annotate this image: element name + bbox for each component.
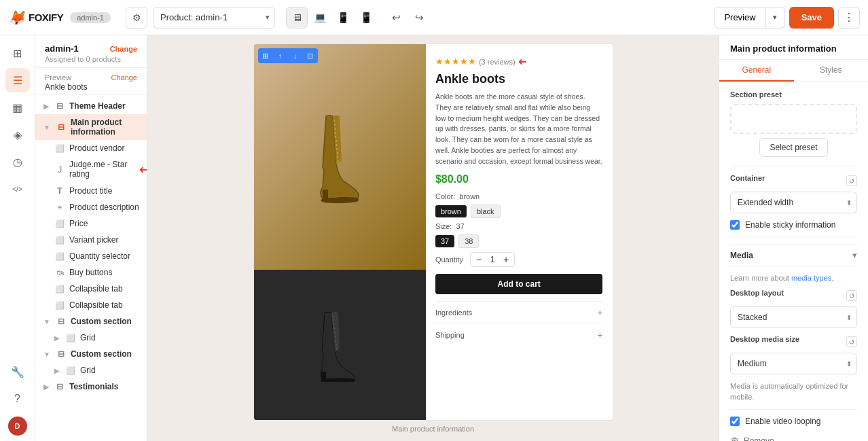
tree-item-product-desc[interactable]: ≡ Product description [35, 199, 147, 215]
tree-item-buy-buttons[interactable]: 🛍 Buy buttons [35, 264, 147, 281]
container-label: Container [730, 174, 765, 182]
tree-item-judge-star[interactable]: J Judge.me - Star rating ➜ [35, 156, 147, 182]
sidebar-layers-btn[interactable]: ☰ [5, 68, 30, 92]
container-select[interactable]: Extended width Full width Contained [730, 192, 857, 213]
tree-item-theme-header[interactable]: ▶ ⊟ Theme Header [35, 98, 147, 114]
sidebar-code-btn[interactable]: </> [5, 177, 30, 201]
main-area: ⊞ ☰ ▦ ◈ ◷ </> 🔧 ? D admin-1 Change Assig… [0, 35, 868, 441]
remove-label: Remove [744, 436, 774, 441]
tree-label: Custom section [71, 317, 141, 326]
preset-placeholder [730, 104, 857, 134]
qty-plus-btn[interactable]: + [503, 254, 509, 265]
section-icon: ⊟ [54, 101, 65, 111]
accordion-label: Shipping [435, 331, 465, 339]
tree-label: Buy buttons [69, 268, 141, 277]
tree-item-testimonials[interactable]: ▶ ⊟ Testimonials [35, 378, 147, 395]
preview-change-link[interactable]: Change [111, 73, 137, 82]
size-swatch-37[interactable]: 37 [435, 235, 454, 247]
redo-button[interactable]: ↪ [408, 7, 430, 29]
sticky-info-checkbox[interactable] [730, 220, 740, 230]
color-swatch-black[interactable]: black [471, 205, 501, 218]
canvas-down-btn[interactable]: ↓ [288, 48, 303, 63]
canvas-settings-btn[interactable]: ⊡ [303, 48, 318, 63]
desktop-media-size-reset-btn[interactable]: ↺ [846, 336, 857, 347]
tree-item-price[interactable]: ⬜ Price [35, 215, 147, 232]
add-to-cart-button[interactable]: Add to cart [435, 274, 603, 294]
item-icon: T [54, 186, 65, 196]
store-pill: admin-1 [70, 12, 111, 23]
preview-header: Preview Change Ankle boots [35, 68, 147, 95]
sidebar-help-btn[interactable]: ? [5, 387, 30, 411]
right-panel-title: Main product information [730, 43, 857, 54]
size-value: 37 [456, 222, 464, 230]
user-avatar[interactable]: D [8, 417, 27, 436]
media-types-link[interactable]: media types. [791, 274, 833, 282]
sidebar-tools-btn[interactable]: 🔧 [5, 359, 30, 384]
sidebar-users-btn[interactable]: ◈ [5, 122, 30, 147]
media-helper-text: Learn more about media types. [730, 273, 857, 283]
tree-item-variant-picker[interactable]: ⬜ Variant picker [35, 232, 147, 248]
expand-icon: ▶ [43, 103, 49, 110]
expand-icon: ▼ [43, 124, 50, 131]
topbar: 🦊 FOXIFY admin-1 ⚙ Product: admin-1 🖥 💻 … [0, 0, 868, 35]
tree-label: Variant picker [69, 235, 141, 245]
more-options-button[interactable]: ⋮ [838, 7, 860, 29]
desktop-layout-reset-btn[interactable]: ↺ [846, 290, 857, 301]
canvas-up-btn[interactable]: ↑ [273, 48, 288, 63]
video-looping-checkbox[interactable] [730, 417, 740, 426]
video-looping-label: Enable video looping [745, 417, 820, 426]
sidebar-layout-btn[interactable]: ⊞ [5, 41, 30, 65]
desktop-layout-field: Desktop layout ↺ Stacked Side by side [730, 289, 857, 328]
tree-item-product-vendor[interactable]: ⬜ Product vendor [35, 140, 147, 156]
topbar-center: ⚙ Product: admin-1 🖥 💻 📱 📱 ↩ ↪ [126, 7, 708, 29]
accordion-ingredients[interactable]: Ingredients + [435, 301, 603, 323]
topbar-left: 🦊 FOXIFY admin-1 [8, 10, 120, 26]
color-swatch-brown[interactable]: brown [435, 205, 467, 217]
left-panel-header: admin-1 Change Assigned to 0 products [35, 35, 147, 68]
j-icon: J [58, 164, 62, 175]
container-reset-btn[interactable]: ↺ [846, 175, 857, 186]
tab-general[interactable]: General [719, 60, 794, 82]
desktop-btn[interactable]: 🖥 [286, 7, 308, 29]
tab-styles[interactable]: Styles [794, 60, 869, 82]
desktop-layout-select[interactable]: Stacked Side by side [730, 306, 857, 328]
remove-section-btn[interactable]: 🗑 Remove [730, 433, 857, 441]
tablet-btn[interactable]: 📱 [332, 7, 354, 29]
save-button[interactable]: Save [789, 7, 834, 29]
template-select[interactable]: Product: admin-1 [153, 7, 275, 29]
preview-button[interactable]: Preview [714, 7, 765, 29]
tree-item-collapsible-2[interactable]: ⬜ Collapsible tab [35, 297, 147, 313]
size-swatch-38[interactable]: 38 [458, 234, 479, 248]
item-icon: ⬜ [54, 219, 65, 228]
tree-item-collapsible-1[interactable]: ⬜ Collapsible tab [35, 281, 147, 297]
preview-caret-button[interactable]: ▾ [766, 7, 785, 29]
quantity-row: Quantity − 1 + [435, 252, 603, 267]
section-preset-label: Section preset [730, 90, 857, 99]
qty-minus-btn[interactable]: − [476, 254, 482, 265]
canvas-move-btn[interactable]: ⊞ [258, 48, 273, 63]
sidebar-history-btn[interactable]: ◷ [5, 149, 30, 174]
tree-item-custom-section-1[interactable]: ▼ ⊟ Custom section [35, 313, 147, 330]
select-preset-button[interactable]: Select preset [759, 138, 827, 157]
accordion-shipping[interactable]: Shipping + [435, 323, 603, 346]
store-change-link[interactable]: Change [110, 45, 137, 53]
item-icon: ≡ [54, 203, 65, 211]
settings-button[interactable]: ⚙ [126, 7, 147, 29]
tree-item-main-product[interactable]: ▼ ⊟ Main product information [35, 114, 147, 140]
store-name: admin-1 [45, 43, 79, 54]
container-label-row: Container ↺ [730, 174, 857, 188]
undo-button[interactable]: ↩ [385, 7, 407, 29]
tree-item-product-title[interactable]: T Product title [35, 182, 147, 199]
laptop-btn[interactable]: 💻 [309, 7, 331, 29]
tree-label: Testimonials [69, 382, 141, 391]
tree-item-grid-2[interactable]: ▶ ⬜ Grid [35, 362, 147, 378]
desktop-layout-label: Desktop layout [730, 289, 784, 297]
mobile-btn[interactable]: 📱 [355, 7, 377, 29]
sidebar-sections-btn[interactable]: ▦ [5, 95, 30, 120]
section-icon: ⊟ [56, 122, 67, 132]
tree-item-grid-1[interactable]: ▶ ⬜ Grid [35, 330, 147, 346]
desktop-media-size-select[interactable]: Small Medium Large [730, 353, 857, 374]
media-section[interactable]: Media ▾ [730, 244, 857, 266]
tree-item-custom-section-2[interactable]: ▼ ⊟ Custom section [35, 346, 147, 362]
tree-item-quantity-selector[interactable]: ⬜ Quantity selector [35, 248, 147, 264]
